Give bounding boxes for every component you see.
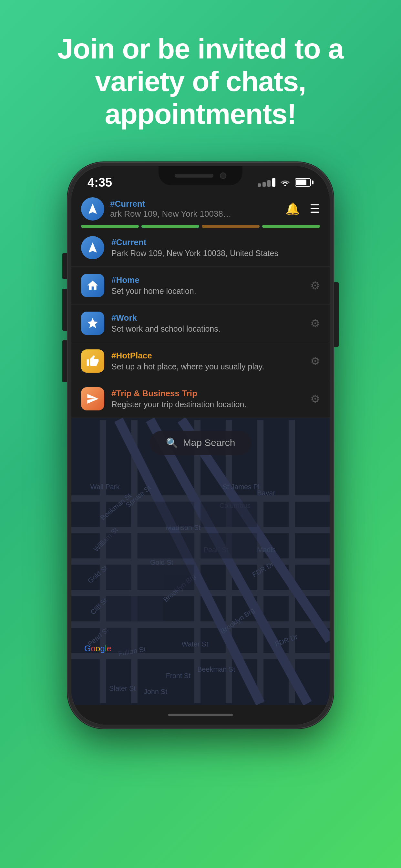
- trip-text: #Trip & Business Trip Register your trip…: [112, 389, 310, 409]
- svg-text:St James Pl: St James Pl: [222, 483, 259, 491]
- header-text: #Current ark Row 109, New York 10038, Un…: [110, 199, 285, 219]
- hotplace-text: #HotPlace Set up a hot place, where you …: [112, 351, 310, 371]
- home-bar: [168, 714, 233, 716]
- hotplace-location-item[interactable]: #HotPlace Set up a hot place, where you …: [71, 342, 330, 380]
- wifi-icon: [280, 179, 290, 186]
- svg-rect-48: [106, 596, 163, 621]
- home-indicator: [71, 705, 330, 724]
- status-icons: [258, 178, 313, 187]
- current-location-item[interactable]: #Current Park Row 109, New York 10038, U…: [71, 229, 330, 267]
- map-search-bar[interactable]: 🔍 Map Search: [150, 431, 251, 455]
- svg-text:Front St: Front St: [166, 672, 190, 680]
- headline: Join or be invited to a variety of chats…: [0, 0, 401, 156]
- battery-icon: [295, 178, 313, 187]
- volume-down-button: [62, 340, 67, 382]
- hotplace-gear-icon[interactable]: ⚙: [310, 354, 320, 368]
- trip-location-item[interactable]: #Trip & Business Trip Register your trip…: [71, 380, 330, 418]
- current-tag: #Current: [112, 237, 320, 247]
- hotplace-tag: #HotPlace: [112, 351, 310, 361]
- svg-rect-41: [137, 501, 194, 527]
- hotplace-icon: [81, 349, 104, 373]
- svg-rect-46: [106, 564, 131, 590]
- signal-icon: [258, 178, 275, 187]
- svg-text:Bavar: Bavar: [257, 489, 275, 497]
- trip-desc: Register your trip destination location.: [112, 400, 310, 409]
- app-header: #Current ark Row 109, New York 10038, Un…: [71, 193, 330, 225]
- svg-text:Wall Park: Wall Park: [90, 483, 120, 491]
- svg-text:Madis: Madis: [257, 546, 276, 554]
- home-text: #Home Set your home location.: [112, 275, 310, 296]
- menu-icon[interactable]: ☰: [310, 202, 320, 216]
- phone-screen: 4:35: [71, 166, 330, 724]
- home-location-item[interactable]: #Home Set your home location. ⚙: [71, 267, 330, 305]
- work-gear-icon[interactable]: ⚙: [310, 317, 320, 330]
- current-location-avatar: [81, 197, 104, 221]
- google-logo: Google: [84, 644, 112, 654]
- phone-frame: 4:35: [68, 163, 333, 728]
- header-tag: #Current: [110, 199, 285, 209]
- svg-text:Beekman St: Beekman St: [197, 665, 235, 673]
- trip-icon: [81, 387, 104, 410]
- progress-bar-4: [262, 225, 320, 228]
- bell-icon[interactable]: 🔔: [285, 202, 300, 216]
- work-desc: Set work and school locations.: [112, 324, 310, 334]
- work-text: #Work Set work and school locations.: [112, 313, 310, 334]
- home-icon: [81, 274, 104, 297]
- phone-mockup: 4:35: [68, 163, 333, 728]
- volume-mute-button: [62, 253, 67, 279]
- status-time: 4:35: [88, 176, 112, 190]
- power-button: [334, 282, 339, 347]
- work-tag: #Work: [112, 313, 310, 323]
- svg-rect-43: [106, 533, 131, 558]
- volume-up-button: [62, 289, 67, 331]
- svg-rect-44: [137, 533, 194, 558]
- hotplace-desc: Set up a hot place, where you usually pl…: [112, 362, 310, 371]
- current-icon: [81, 236, 104, 259]
- trip-gear-icon[interactable]: ⚙: [310, 392, 320, 405]
- current-text: #Current Park Row 109, New York 10038, U…: [112, 237, 320, 258]
- header-actions: 🔔 ☰: [285, 202, 320, 216]
- current-desc: Park Row 109, New York 10038, United Sta…: [112, 249, 320, 258]
- header-address: ark Row 109, New York 10038, United S: [110, 209, 233, 219]
- home-gear-icon[interactable]: ⚙: [310, 279, 320, 292]
- svg-text:Water St: Water St: [181, 640, 208, 648]
- location-list: #Current Park Row 109, New York 10038, U…: [71, 229, 330, 418]
- home-desc: Set your home location.: [112, 286, 310, 296]
- svg-rect-47: [137, 564, 194, 590]
- svg-text:Slater St: Slater St: [109, 685, 135, 692]
- svg-rect-42: [201, 501, 257, 527]
- front-camera: [220, 173, 226, 179]
- svg-rect-45: [201, 533, 257, 558]
- progress-bars: [71, 225, 330, 228]
- map-search-icon: 🔍: [166, 437, 178, 448]
- map-svg: Spruce St Beekman St William St Gold St …: [71, 418, 330, 705]
- progress-bar-3: [202, 225, 259, 228]
- map-area: Spruce St Beekman St William St Gold St …: [71, 418, 330, 705]
- trip-tag: #Trip & Business Trip: [112, 389, 310, 399]
- home-tag: #Home: [112, 275, 310, 285]
- svg-text:John St: John St: [144, 687, 167, 695]
- progress-bar-2: [142, 225, 199, 228]
- notch: [158, 166, 243, 185]
- work-location-item[interactable]: #Work Set work and school locations. ⚙: [71, 305, 330, 342]
- progress-bar-1: [81, 225, 139, 228]
- speaker: [175, 174, 213, 178]
- work-icon: [81, 312, 104, 335]
- map-search-text: Map Search: [183, 437, 235, 448]
- svg-point-0: [284, 185, 286, 186]
